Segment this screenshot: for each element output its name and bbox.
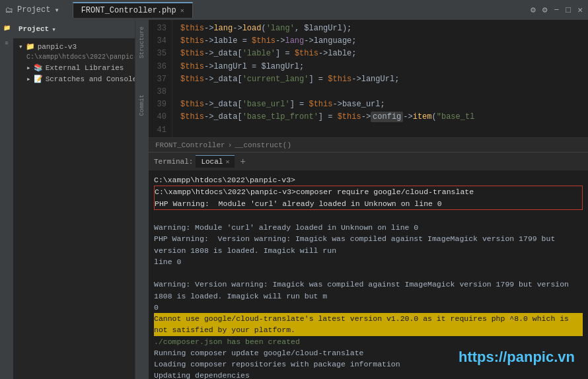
main-layout: 📁 ≡ Project ▾ ▾ 📁 panpic-v3 C:\xampp\htd… <box>0 20 588 379</box>
project-panel-header: Project ▾ <box>13 20 135 38</box>
terminal-tab-close[interactable]: ✕ <box>225 158 229 166</box>
term-warn2: PHP Warning: Version warning: Imagick wa… <box>154 233 583 256</box>
term-highlight-box: C:\xampp\htdocs\2022\panpic-v3>composer … <box>154 186 583 210</box>
project-dropdown-btn[interactable]: ▾ <box>52 25 56 34</box>
title-bar-icons: ⚙ ⚙ − □ ✕ <box>531 5 583 15</box>
project-icon: 🗂 <box>5 5 13 15</box>
editor-area: 33 34 35 36 37 38 39 40 41 $this->lang->… <box>149 20 588 152</box>
terminal-tab-local[interactable]: Local ✕ <box>196 155 235 168</box>
scratches-icon: ▸ <box>26 75 31 83</box>
tree-item-label: panpic-v3 <box>38 43 77 51</box>
tree-item-scratches[interactable]: ▸ 📝 Scratches and Consoles <box>13 73 135 85</box>
tab-bar: FRONT_Controller.php ✕ <box>73 2 193 18</box>
term-blank2 <box>154 267 583 279</box>
tree-item-ext-libs[interactable]: ▸ 📚 External Libraries <box>13 62 135 73</box>
ext-libs-folder-icon: 📚 <box>34 63 43 72</box>
title-bar: 🗂 Project ▾ FRONT_Controller.php ✕ ⚙ ⚙ −… <box>0 0 588 20</box>
active-tab[interactable]: FRONT_Controller.php ✕ <box>73 2 193 18</box>
side-strip: 📁 ≡ <box>0 20 13 379</box>
close-icon[interactable]: ✕ <box>577 5 583 15</box>
ext-libs-icon: ▸ <box>26 63 31 72</box>
terminal-tab-plus[interactable]: + <box>237 156 248 167</box>
breadcrumb-file: FRONT_Controller <box>155 141 225 149</box>
term-blank1 <box>154 211 583 222</box>
breadcrumb-method: __construct() <box>235 141 291 149</box>
term-composer-json: ./composer.json has been created <box>154 336 583 347</box>
project-tree: ▾ 📁 panpic-v3 C:\xampp\htdocs\2022\panpi… <box>13 38 135 379</box>
term-warn-curl: PHP Warning: Module 'curl' already loade… <box>155 198 582 209</box>
side-strip-project-icon[interactable]: 📁 <box>1 22 12 33</box>
term-cmd-line: C:\xampp\htdocs\2022\panpic-v3>composer … <box>155 186 582 197</box>
scratches-folder-icon: 📝 <box>34 75 43 83</box>
project-panel: Project ▾ ▾ 📁 panpic-v3 C:\xampp\htdocs\… <box>13 20 135 379</box>
gear-icon[interactable]: ⚙ <box>542 5 548 15</box>
project-title: Project <box>18 25 49 33</box>
tree-item-panpic[interactable]: ▾ 📁 panpic-v3 <box>13 41 135 52</box>
side-tabs: Structure Commit <box>135 20 149 379</box>
tree-item-path[interactable]: C:\xampp\htdocs\2022\panpic-v3 <box>13 52 135 62</box>
term-warn1: Warning: Module 'curl' already loaded in… <box>154 222 583 233</box>
editor-terminal: 33 34 35 36 37 38 39 40 41 $this->lang->… <box>149 20 588 379</box>
terminal-area: Terminal: Local ✕ + C:\xampp\htdocs\2022… <box>149 152 588 379</box>
scratches-label: Scratches and Consoles <box>46 75 135 83</box>
folder-name-icon: 📁 <box>26 42 35 51</box>
project-dropdown-icon[interactable]: ▾ <box>54 5 59 15</box>
tab-filename: FRONT_Controller.php <box>81 6 176 15</box>
tree-item-path-label: C:\xampp\htdocs\2022\panpic-v3 <box>26 53 135 61</box>
settings-icon[interactable]: ⚙ <box>531 5 536 15</box>
terminal-label: Terminal: <box>154 158 193 166</box>
maximize-icon[interactable]: □ <box>566 5 571 15</box>
folder-icon: ▾ <box>18 42 23 51</box>
term-error-line: Cannot use google/cloud-translate's late… <box>154 313 583 336</box>
minimize-icon[interactable]: − <box>554 5 560 15</box>
terminal-body[interactable]: C:\xampp\htdocs\2022\panpic-v3> C:\xampp… <box>149 170 588 379</box>
title-bar-left: 🗂 Project ▾ <box>5 5 59 15</box>
term-warn3b: 0 <box>154 302 583 313</box>
line-numbers: 33 34 35 36 37 38 39 40 41 <box>149 20 172 137</box>
side-tab-commit[interactable]: Commit <box>137 90 147 120</box>
term-updating: Updating dependencies <box>154 370 583 379</box>
term-line-path: C:\xampp\htdocs\2022\panpic-v3> <box>154 174 583 186</box>
code-content[interactable]: $this->lang->load('lang', $langUrl); $th… <box>172 20 588 137</box>
term-warn2b: line 0 <box>154 256 583 267</box>
term-warn3: Warning: Version warning: Imagick was co… <box>154 279 583 302</box>
terminal-tabs: Terminal: Local ✕ + <box>149 152 588 170</box>
ext-libs-label: External Libraries <box>46 64 124 72</box>
editor-content: 33 34 35 36 37 38 39 40 41 $this->lang->… <box>149 20 588 137</box>
terminal-tab-local-label: Local <box>201 158 223 166</box>
breadcrumb-separator: › <box>228 141 233 149</box>
tab-close-icon[interactable]: ✕ <box>180 7 184 15</box>
side-tab-structure[interactable]: Structure <box>137 22 147 63</box>
breadcrumb-bar: FRONT_Controller › __construct() <box>149 137 588 152</box>
side-strip-structure-icon[interactable]: ≡ <box>1 38 12 49</box>
term-loading: Loading composer repositories with packa… <box>154 359 583 370</box>
project-label[interactable]: Project <box>17 5 50 15</box>
term-running: Running composer update google/cloud-tra… <box>154 347 583 359</box>
